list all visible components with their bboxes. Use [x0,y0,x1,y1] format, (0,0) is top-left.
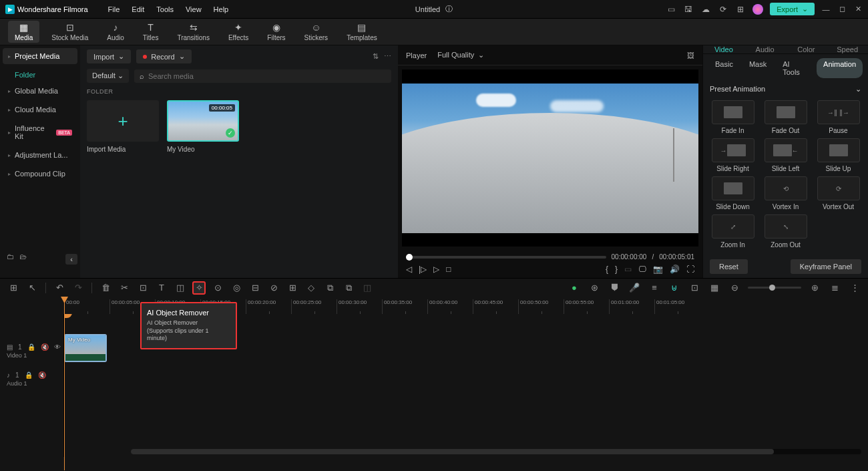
insp-tab-speed[interactable]: Speed [827,45,868,53]
eye-icon[interactable]: 👁 [54,343,61,351]
filter-icon[interactable]: ⇅ [373,52,379,61]
player-tab[interactable]: Player [406,51,427,59]
expand-button[interactable]: ⊞ [286,281,299,295]
anim-zoom-in[interactable]: ⤢Zoom In [708,214,757,249]
ribbon-stickers[interactable]: ☺Stickers [298,22,335,41]
track-button[interactable]: ◫ [361,281,374,295]
mic-icon[interactable]: 🎤 [628,281,641,295]
anim-slide-down[interactable]: Slide Down [708,176,757,210]
compare-icon[interactable]: ▭ [624,265,632,274]
display-icon[interactable]: 🖵 [638,265,646,274]
apps-icon[interactable]: ⊞ [735,4,746,15]
lock-icon[interactable]: 🔒 [25,371,33,379]
tl-grid-icon[interactable]: ⊞ [7,281,20,295]
color-button[interactable]: ◎ [230,281,243,295]
menu-edit[interactable]: Edit [132,5,144,13]
collapse-sidebar-button[interactable]: ‹ [65,254,77,265]
keyframe-button[interactable]: ◇ [304,281,318,295]
delete-button[interactable]: 🗑 [99,281,112,295]
minimize-button[interactable]: — [821,5,831,13]
ribbon-templates[interactable]: ▤Templates [340,22,384,41]
anim-fade-in[interactable]: Fade In [708,100,757,134]
maximize-button[interactable]: ◻ [837,5,847,13]
search-input[interactable] [148,72,386,80]
sidebar-influence-kit[interactable]: ▸Influence KitBETA [3,120,77,144]
ribbon-transitions[interactable]: ⇆Transitions [170,22,216,41]
subtab-mask[interactable]: Mask [742,58,773,78]
ribbon-titles[interactable]: TTitles [136,22,166,41]
step-back-button[interactable]: |▷ [419,265,427,274]
new-bin-icon[interactable]: 🗁 [19,253,27,261]
insp-tab-video[interactable]: Video [703,45,744,53]
import-media-tile[interactable]: + Import Media [87,100,159,153]
close-button[interactable]: ✕ [853,5,863,13]
speed-button[interactable]: ⊙ [211,281,224,295]
zoom-out-button[interactable]: ⊖ [728,281,741,295]
duration-button[interactable]: ⊘ [267,281,280,295]
anim-slide-left[interactable]: ←Slide Left [761,138,810,172]
undo-button[interactable]: ↶ [53,281,66,295]
quality-dropdown[interactable]: Full Quality ⌄ [437,51,484,59]
tl-select-icon[interactable]: ↖ [25,281,39,295]
insp-tab-audio[interactable]: Audio [744,45,786,53]
sync-icon[interactable]: ⟳ [718,4,728,15]
sidebar-project-media[interactable]: ▸Project Media [3,48,77,64]
volume-icon[interactable]: 🔊 [670,265,680,274]
sidebar-adjustment[interactable]: ▸Adjustment La... [3,147,77,163]
playhead[interactable] [64,297,65,470]
video-tile[interactable]: 00:00:05 ✓ My Video [167,100,239,153]
anim-slide-up[interactable]: Slide Up [814,138,863,172]
info-icon[interactable]: ⓘ [445,4,453,14]
prev-frame-button[interactable]: ◁ [406,265,412,274]
ai-object-remover-button[interactable]: ✧ [192,281,206,295]
sidebar-cloud-media[interactable]: ▸Cloud Media [3,102,77,118]
ribbon-filters[interactable]: ◉Filters [260,22,292,41]
mark-out-button[interactable]: } [615,265,618,274]
mixer-icon[interactable]: ≡ [648,281,661,295]
search-box[interactable]: ⌕ [134,69,391,83]
anim-vortex-out[interactable]: ⟳Vortex Out [814,176,863,210]
mark-in-button[interactable]: { [606,265,608,274]
sort-dropdown[interactable]: Default ⌄ [87,69,129,83]
magnet-icon[interactable]: ⊎ [668,281,681,295]
zoom-handle[interactable] [769,285,775,291]
timeline-scrollbar[interactable] [131,449,861,454]
anim-zoom-out[interactable]: ⤡Zoom Out [761,214,810,249]
link-button[interactable]: ⧉ [342,281,355,295]
lock-icon[interactable]: 🔒 [27,343,35,351]
text-button[interactable]: T [155,281,168,295]
crop-button[interactable]: ⊡ [136,281,150,295]
anim-vortex-in[interactable]: ⟲Vortex In [761,176,810,210]
menu-file[interactable]: File [108,5,120,13]
shield-icon[interactable]: ⛊ [608,281,621,295]
play-button[interactable]: ▷ [433,265,439,274]
scrub-handle[interactable] [406,254,413,261]
sidebar-compound[interactable]: ▸Compound Clip [3,166,77,182]
green-dot-icon[interactable]: ● [568,281,581,295]
cloud-icon[interactable]: ☁ [700,4,711,15]
marker-icon[interactable]: ⊡ [688,281,701,295]
zoom-in-button[interactable]: ⊕ [808,281,821,295]
cut-button[interactable]: ✂ [118,281,131,295]
render-icon[interactable]: ▦ [708,281,721,295]
video-clip[interactable]: My Video [64,334,107,362]
ribbon-stock[interactable]: ⊡Stock Media [45,22,95,41]
save-icon[interactable]: 🖫 [683,4,694,15]
video-view[interactable] [402,69,698,247]
auto-icon[interactable]: ⊛ [588,281,601,295]
group-button[interactable]: ⧉ [323,281,337,295]
avatar[interactable] [752,4,763,15]
redo-button[interactable]: ↷ [71,281,85,295]
menu-tools[interactable]: Tools [156,5,174,13]
more-icon[interactable]: ⋯ [384,52,391,61]
anim-slide-right[interactable]: →Slide Right [708,138,757,172]
subtab-basic[interactable]: Basic [708,58,740,78]
zoom-slider[interactable] [748,287,801,289]
subtab-aitools[interactable]: AI Tools [776,58,814,78]
menu-help[interactable]: Help [214,5,229,13]
record-button[interactable]: Record⌄ [136,49,191,63]
ribbon-media[interactable]: ▦Media [8,21,39,43]
audio-detach-button[interactable]: ⊟ [248,281,262,295]
settings-icon[interactable]: ⋮ [848,281,861,295]
subtab-animation[interactable]: Animation [817,58,863,78]
